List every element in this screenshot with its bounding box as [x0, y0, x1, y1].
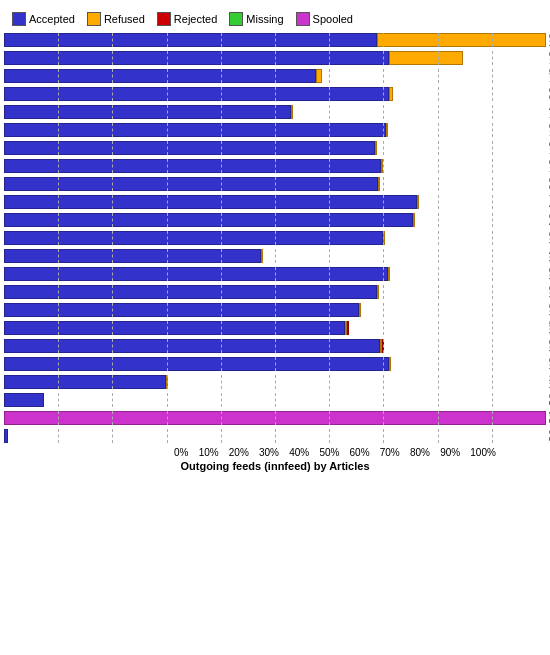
grid-line: [492, 177, 493, 191]
grid-line: [438, 429, 439, 443]
grid-overlay: [4, 429, 546, 443]
xaxis-label: 40%: [289, 447, 309, 458]
grid-line: [329, 393, 330, 407]
xaxis-label: 10%: [199, 447, 219, 458]
bar-values: 64763: [546, 231, 550, 245]
grid-line: [438, 213, 439, 227]
bar-segment-refused: [359, 303, 361, 317]
bar-segment-refused: [378, 177, 380, 191]
bar-segment-accepted: [4, 105, 291, 119]
grid-line: [492, 123, 493, 137]
bar-row: news.hispagatos.org70554: [4, 194, 546, 210]
bar-values: 63573: [546, 285, 550, 299]
grid-line: [438, 249, 439, 263]
grid-line: [329, 249, 330, 263]
bar-segment-refused: [386, 123, 388, 137]
bar-track: 58143: [4, 321, 546, 335]
bar-track: 643410: [4, 159, 546, 173]
bar-track: 64153: [4, 339, 546, 353]
grid-line: [492, 195, 493, 209]
bar-row: eternal-september489612: [4, 104, 546, 120]
grid-line: [58, 393, 59, 407]
bar-values: 6900: [546, 393, 550, 407]
xaxis-label: 30%: [259, 447, 279, 458]
bar-values: 64902929: [546, 33, 550, 47]
grid-line: [438, 267, 439, 281]
legend-label: Accepted: [29, 13, 75, 25]
grid-line: [275, 375, 276, 389]
bar-row: news.ausics.net5324105: [4, 68, 546, 84]
grid-line: [221, 393, 222, 407]
grid-line: [383, 429, 384, 443]
grid-line: [221, 429, 222, 443]
bar-values: 643410: [546, 159, 550, 173]
grid-line: [492, 141, 493, 155]
bar-row: news.nntp4.net69824: [4, 212, 546, 228]
bar-row: news.snarked.org643410: [4, 158, 546, 174]
bar-track: 60583: [4, 303, 546, 317]
legend: AcceptedRefusedRejectedMissingSpooled: [4, 8, 546, 32]
legend-label: Missing: [246, 13, 283, 25]
bar-segment-accepted: [4, 141, 375, 155]
grid-line: [167, 429, 168, 443]
bar-segment-refused: [291, 105, 293, 119]
grid-line: [492, 303, 493, 317]
bar-segment-accepted: [4, 393, 44, 407]
xaxis-label: 90%: [440, 447, 460, 458]
xaxis-label: 0%: [174, 447, 188, 458]
bar-track: 651711: [4, 123, 546, 137]
bar-row: usenet.goja.nl.eu.org58143: [4, 320, 546, 336]
bar-track: 633711: [4, 141, 546, 155]
legend-item-accepted: Accepted: [12, 12, 75, 26]
bar-row: news.chmurka.net64902929: [4, 32, 546, 48]
bar-track: 660: [4, 429, 546, 443]
bar-segment-accepted: [4, 267, 388, 281]
bar-values: 64153: [546, 339, 550, 353]
bar-values: 92490: [546, 411, 550, 425]
bar-track: 64902929: [4, 33, 546, 47]
bar-segment-refused: [383, 231, 385, 245]
bar-track: 6900: [4, 393, 546, 407]
bar-segment-accepted: [4, 429, 8, 443]
xaxis-label: 70%: [380, 447, 400, 458]
legend-color-box: [12, 12, 26, 26]
chart-wrapper: news.chmurka.net64902929utnut65671268new…: [4, 32, 546, 472]
bar-values: 633711: [546, 141, 550, 155]
grid-line: [329, 429, 330, 443]
bar-values: 65513: [546, 267, 550, 281]
bar-row: aid.in.ua656867: [4, 86, 546, 102]
xaxis-label: 100%: [470, 447, 496, 458]
legend-color-box: [157, 12, 171, 26]
bar-segment-rejected: [382, 339, 384, 353]
bar-values: 63766: [546, 177, 550, 191]
bar-segment-accepted: [4, 87, 389, 101]
grid-line: [492, 357, 493, 371]
bar-segment-accepted: [4, 195, 417, 209]
grid-line: [438, 141, 439, 155]
legend-color-box: [296, 12, 310, 26]
bar-segment-refused: [316, 69, 322, 83]
bar-track: 27662: [4, 375, 546, 389]
bar-segment-refused: [377, 285, 379, 299]
bar-row: paganini.bofh.team92490: [4, 410, 546, 426]
grid-line: [383, 393, 384, 407]
bar-row: i2pn.org63766: [4, 176, 546, 192]
bar-values: 65671268: [546, 51, 550, 65]
bar-track: 63573: [4, 285, 546, 299]
grid-line: [492, 429, 493, 443]
bar-values: 651711: [546, 123, 550, 137]
grid-line: [58, 429, 59, 443]
grid-line: [492, 339, 493, 353]
xaxis-label: 50%: [319, 447, 339, 458]
bar-track: 656867: [4, 87, 546, 101]
bar-segment-rejected: [347, 321, 349, 335]
grid-line: [438, 123, 439, 137]
grid-line: [383, 375, 384, 389]
bar-segment-refused: [388, 267, 390, 281]
bar-row: news.1d4.us651711: [4, 122, 546, 138]
grid-line: [112, 393, 113, 407]
legend-color-box: [87, 12, 101, 26]
grid-line: [438, 339, 439, 353]
bar-segment-accepted: [4, 249, 261, 263]
grid-line: [492, 321, 493, 335]
